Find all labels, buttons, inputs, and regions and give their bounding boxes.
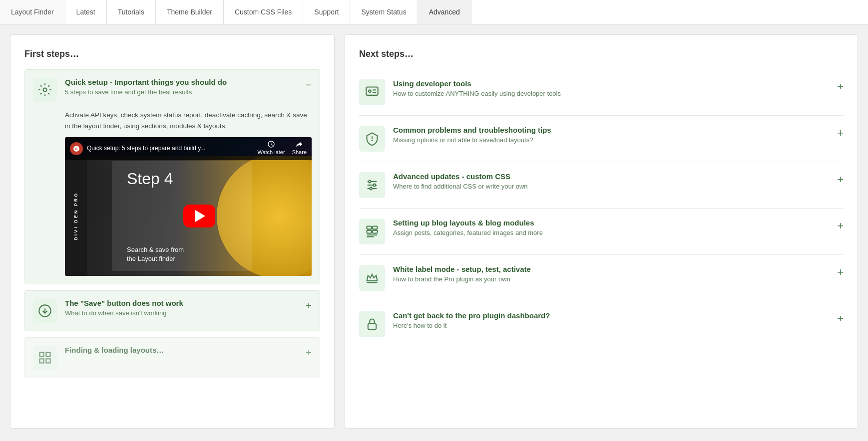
accordion-finding-layouts-title: Finding & loading layouts… xyxy=(65,346,298,354)
accordion-quick-setup-header[interactable]: Quick setup - Important things you shoul… xyxy=(25,70,320,110)
step-advanced-updates-title: Advanced updates - custom CSS xyxy=(393,172,829,181)
step-blog-layouts[interactable]: Setting up blog layouts & blog modules A… xyxy=(359,209,844,255)
tab-support[interactable]: Support xyxy=(303,0,350,24)
step-common-problems-toggle[interactable]: + xyxy=(837,127,844,140)
tab-system-status[interactable]: System Status xyxy=(350,0,418,24)
accordion-quick-setup-body: Activate API keys, check system status r… xyxy=(25,110,320,284)
download-icon xyxy=(33,299,57,323)
step-dashboard-back-title: Can't get back to the pro plugin dashboa… xyxy=(393,311,829,320)
play-button[interactable] xyxy=(183,205,215,227)
left-panel: First steps… Quick setup - Important thi… xyxy=(10,34,335,429)
step-white-label-title: White label mode - setup, test, activate xyxy=(393,265,829,273)
accordion-save-button: The "Save" button does not work What to … xyxy=(24,290,320,331)
accordion-finding-layouts: Finding & loading layouts… + xyxy=(24,337,320,378)
layouts-icon xyxy=(33,346,57,370)
svg-rect-5 xyxy=(46,359,50,363)
step-advanced-updates[interactable]: Advanced updates - custom CSS Where to f… xyxy=(359,162,844,209)
left-panel-title: First steps… xyxy=(24,49,320,59)
video-title-text: Quick setup: 5 steps to prepare and buil… xyxy=(87,144,253,153)
svg-rect-2 xyxy=(40,353,44,357)
svg-rect-6 xyxy=(366,87,378,95)
gear-icon xyxy=(33,78,57,102)
svg-point-13 xyxy=(369,181,371,183)
accordion-save-button-title: The "Save" button does not work xyxy=(65,299,298,307)
crown-icon xyxy=(359,265,385,291)
step-developer-tools[interactable]: Using developer tools How to customize A… xyxy=(359,69,844,116)
svg-rect-18 xyxy=(367,226,372,229)
accordion-save-button-header[interactable]: The "Save" button does not work What to … xyxy=(25,291,320,331)
accordion-quick-setup-subtitle: 5 steps to save time and get the best re… xyxy=(65,88,298,96)
step-developer-tools-subtitle: How to customize ANYTHING easily using d… xyxy=(393,90,829,97)
watch-later-btn[interactable]: Watch later xyxy=(257,140,285,157)
step-white-label[interactable]: White label mode - setup, test, activate… xyxy=(359,255,844,301)
video-logo-icon xyxy=(70,142,83,155)
step-dashboard-back[interactable]: Can't get back to the pro plugin dashboa… xyxy=(359,301,844,347)
step-blog-layouts-title: Setting up blog layouts & blog modules xyxy=(393,219,829,227)
tab-layout-finder[interactable]: Layout Finder xyxy=(0,0,65,24)
svg-rect-25 xyxy=(368,324,376,330)
svg-rect-20 xyxy=(373,226,377,229)
blog-layout-icon xyxy=(359,219,385,244)
sliders-icon xyxy=(359,172,385,198)
accordion-quick-setup: Quick setup - Important things you shoul… xyxy=(24,69,320,284)
video-step-text: Step 4 xyxy=(127,166,173,192)
accordion-save-button-toggle[interactable]: + xyxy=(306,301,312,311)
tab-latest[interactable]: Latest xyxy=(65,0,107,24)
svg-rect-19 xyxy=(367,230,372,233)
share-btn[interactable]: Share xyxy=(292,140,307,157)
step-dashboard-back-toggle[interactable]: + xyxy=(837,312,844,325)
step-white-label-subtitle: How to brand the Pro plugin as your own xyxy=(393,275,829,283)
step-common-problems-title: Common problems and troubleshooting tips xyxy=(393,126,829,134)
tab-advanced[interactable]: Advanced xyxy=(418,0,471,24)
main-content: First steps… Quick setup - Important thi… xyxy=(0,24,868,439)
step-common-problems-subtitle: Missing options or not able to save/load… xyxy=(393,136,829,144)
accordion-finding-layouts-header[interactable]: Finding & loading layouts… + xyxy=(25,338,320,378)
developer-tools-icon xyxy=(359,79,385,105)
tab-theme-builder[interactable]: Theme Builder xyxy=(156,0,224,24)
accordion-save-button-subtitle: What to do when save isn't working xyxy=(65,309,298,317)
tab-bar: Layout Finder Latest Tutorials Theme Bui… xyxy=(0,0,868,24)
tab-tutorials[interactable]: Tutorials xyxy=(107,0,156,24)
right-panel-title: Next steps… xyxy=(359,49,844,59)
svg-point-17 xyxy=(370,188,372,190)
svg-point-0 xyxy=(43,88,47,92)
step-blog-layouts-subtitle: Assign posts, categories, featured image… xyxy=(393,229,829,236)
svg-point-11 xyxy=(372,140,372,141)
step-developer-tools-title: Using developer tools xyxy=(393,79,829,88)
svg-point-15 xyxy=(373,184,376,187)
tab-custom-css[interactable]: Custom CSS Files xyxy=(224,0,303,24)
video-player[interactable]: Quick setup: 5 steps to prepare and buil… xyxy=(65,137,312,276)
shield-alert-icon xyxy=(359,126,385,152)
video-sidebar: DIVI DEN PRO xyxy=(65,156,87,276)
right-panel: Next steps… Using developer tools How to… xyxy=(345,34,858,429)
step-advanced-updates-toggle[interactable]: + xyxy=(837,173,844,186)
lock-icon xyxy=(359,311,385,337)
step-white-label-toggle[interactable]: + xyxy=(837,266,844,279)
step-common-problems[interactable]: Common problems and troubleshooting tips… xyxy=(359,116,844,162)
play-triangle-icon xyxy=(195,210,205,222)
step-developer-tools-toggle[interactable]: + xyxy=(837,80,844,93)
accordion-quick-setup-toggle[interactable]: − xyxy=(306,80,312,90)
step-advanced-updates-subtitle: Where to find additional CSS or write yo… xyxy=(393,183,829,190)
accordion-finding-layouts-toggle[interactable]: + xyxy=(306,348,312,358)
accordion-quick-setup-title: Quick setup - Important things you shoul… xyxy=(65,78,298,86)
svg-rect-21 xyxy=(373,230,377,233)
svg-point-7 xyxy=(369,90,371,92)
svg-rect-4 xyxy=(40,359,44,363)
video-desc-text: Search & save fromthe Layout finder xyxy=(127,245,184,263)
accordion-quick-setup-text: Activate API keys, check system status r… xyxy=(65,110,312,131)
step-dashboard-back-subtitle: Here's how to do it xyxy=(393,322,829,329)
step-blog-layouts-toggle[interactable]: + xyxy=(837,220,844,232)
svg-rect-3 xyxy=(46,353,50,357)
